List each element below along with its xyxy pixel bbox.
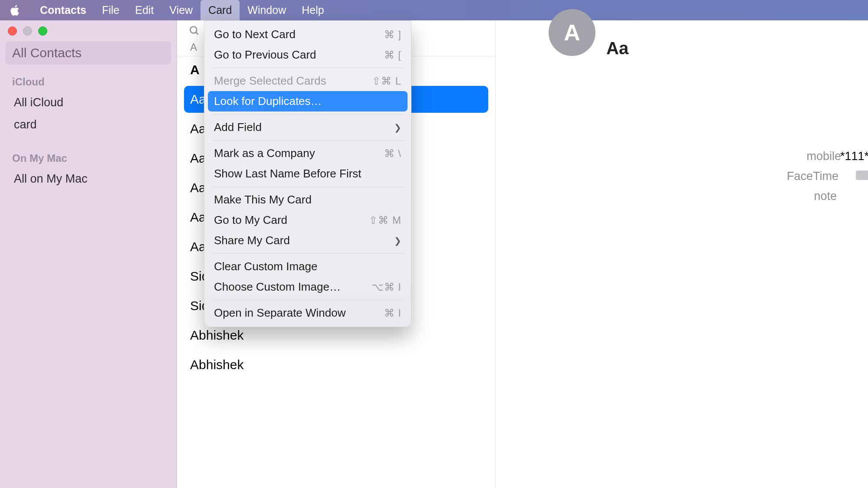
sidebar-all-contacts[interactable]: All Contacts (5, 41, 171, 65)
menu-item-label: Go to Previous Card (214, 48, 316, 62)
sidebar-group-header-icloud: iCloud (0, 71, 177, 92)
sidebar-item-card[interactable]: card (0, 114, 177, 136)
menu-separator (211, 253, 404, 254)
search-icon[interactable] (186, 22, 203, 39)
menu-item-label: Show Last Name Before First (214, 167, 362, 180)
minimize-window-button[interactable] (23, 26, 32, 36)
menu-item[interactable]: Show Last Name Before First (208, 164, 408, 184)
menu-item[interactable]: Mark as a Company⌘ \ (208, 143, 408, 164)
svg-line-1 (196, 32, 198, 34)
menu-item-label: Go to My Card (214, 213, 287, 227)
menu-item[interactable]: Share My Card❯ (208, 230, 408, 251)
menu-item[interactable]: Add Field❯ (208, 117, 408, 138)
svg-point-0 (190, 26, 197, 33)
menu-item-label: Go to Next Card (214, 28, 296, 41)
menu-item-label: Look for Duplicates… (214, 95, 322, 108)
chevron-right-icon: ❯ (394, 122, 401, 133)
menu-item-shortcut: ⌘ [ (384, 49, 401, 61)
menu-item[interactable]: Go to My Card⇧⌘ M (208, 210, 408, 230)
menu-item[interactable]: Go to Next Card⌘ ] (208, 24, 408, 45)
menu-edit[interactable]: Edit (127, 0, 161, 20)
menu-window[interactable]: Window (240, 0, 294, 20)
chevron-right-icon: ❯ (394, 236, 401, 246)
apple-menu[interactable] (10, 5, 32, 16)
menu-item-label: Make This My Card (214, 193, 312, 206)
contacts-window: All Contacts iCloud All iCloud card On M… (0, 20, 868, 488)
menu-item-shortcut: ⌘ \ (384, 147, 401, 160)
card-menu-dropdown: Go to Next Card⌘ ]Go to Previous Card⌘ [… (204, 20, 411, 327)
menu-item-shortcut: ⌘ I (384, 307, 401, 319)
mobile-value[interactable]: *111* (840, 150, 868, 163)
close-window-button[interactable] (8, 26, 17, 36)
menu-item[interactable]: Choose Custom Image…⌥⌘ I (208, 277, 408, 297)
menu-separator (211, 114, 404, 115)
window-controls (0, 20, 177, 41)
menu-item-label: Choose Custom Image… (214, 280, 341, 294)
menu-separator (211, 68, 404, 68)
menu-item: Merge Selected Cards⇧⌘ L (208, 71, 408, 91)
menu-separator (211, 187, 404, 187)
menu-item-label: Add Field (214, 121, 262, 134)
menu-item[interactable]: Go to Previous Card⌘ [ (208, 45, 408, 65)
menu-help[interactable]: Help (294, 0, 332, 20)
facetime-label: FaceTime (787, 170, 838, 183)
menu-item[interactable]: Make This My Card (208, 190, 408, 210)
contact-name: Aa (606, 39, 628, 58)
menu-item[interactable]: Clear Custom Image (208, 256, 408, 277)
sidebar-group-header-onmymac: On My Mac (0, 147, 177, 168)
menubar: Contacts File Edit View Card Window Help (0, 0, 868, 20)
mobile-label: mobile (806, 150, 841, 163)
menu-app-name[interactable]: Contacts (32, 0, 94, 20)
menu-item-label: Share My Card (214, 234, 290, 247)
menu-card[interactable]: Card (201, 0, 240, 20)
menu-item-label: Clear Custom Image (214, 260, 317, 273)
facetime-video-icon[interactable] (856, 170, 868, 180)
menu-item-shortcut: ⌥⌘ I (372, 281, 401, 293)
menu-item-label: Merge Selected Cards (214, 74, 326, 88)
sidebar: All Contacts iCloud All iCloud card On M… (0, 20, 177, 488)
menu-separator (211, 140, 404, 141)
menu-file[interactable]: File (94, 0, 127, 20)
contact-detail: A Aa mobile *111* FaceTime note (496, 20, 868, 488)
menu-view[interactable]: View (161, 0, 201, 20)
menu-separator (211, 300, 404, 300)
sidebar-item-all-on-my-mac[interactable]: All on My Mac (0, 168, 177, 190)
sidebar-item-all-icloud[interactable]: All iCloud (0, 92, 177, 114)
menu-item[interactable]: Look for Duplicates… (208, 91, 408, 111)
note-label: note (814, 190, 837, 203)
menu-item-shortcut: ⇧⌘ L (372, 75, 401, 87)
menu-item[interactable]: Open in Separate Window⌘ I (208, 303, 408, 323)
avatar[interactable]: A (549, 9, 595, 56)
menu-item-shortcut: ⌘ ] (384, 29, 401, 41)
zoom-window-button[interactable] (38, 26, 47, 36)
menu-item-label: Open in Separate Window (214, 306, 346, 320)
list-item[interactable]: Abhishek (177, 351, 495, 378)
menu-item-label: Mark as a Company (214, 147, 315, 160)
menu-item-shortcut: ⇧⌘ M (369, 214, 401, 226)
